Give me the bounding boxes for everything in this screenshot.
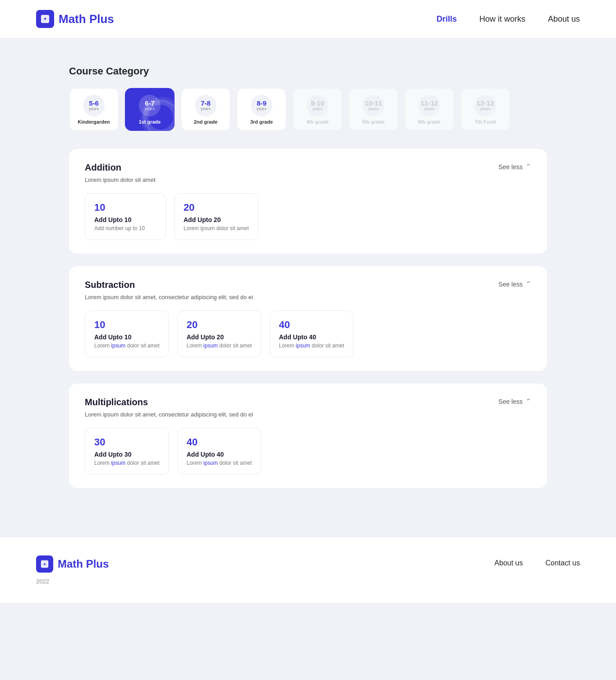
logo-text: Math Plus: [59, 12, 114, 26]
main-content: Course Category 5-6 years Kindergarden 6…: [60, 38, 556, 537]
drill-header: Addition See less ⌃: [85, 162, 531, 173]
cat-circle: 8-9 years: [251, 95, 272, 116]
see-less-label: See less: [498, 281, 523, 288]
drill-section-2: Multiplications See less ⌃ Lorem ipsum d…: [69, 384, 547, 488]
drill-section-1: Subtraction See less ⌃ Lorem ipsum dolor…: [69, 266, 547, 371]
chevron-up-icon: ⌃: [525, 162, 531, 171]
drill-desc: Lorem ipsum dolor sit amet: [85, 176, 531, 183]
cat-years-num: 10-11: [365, 100, 382, 107]
cat-circle: 7-8 years: [195, 95, 216, 116]
drill-card-title: Add Upto 30: [94, 451, 160, 458]
drill-card-title: Add Upto 40: [279, 333, 345, 341]
cat-years-label: years: [257, 107, 267, 111]
drill-card-1-2[interactable]: 40 Add Upto 40 Lorem ipsum dolor sit ame…: [270, 310, 354, 357]
nav-drills[interactable]: Drills: [437, 14, 457, 24]
footer-link-1[interactable]: Contact us: [546, 559, 580, 567]
chevron-up-icon: ⌃: [525, 280, 531, 288]
drill-num: 40: [187, 436, 252, 448]
footer-logo-text: Math Plus: [58, 558, 109, 570]
drill-card-2-1[interactable]: 40 Add Upto 40 Lorem ipsum dolor sit ame…: [177, 428, 262, 475]
cat-circle: 11-12 years: [418, 95, 440, 116]
cat-circle: 6-7 years: [139, 95, 161, 116]
svg-text:+: +: [43, 15, 47, 22]
category-card-3[interactable]: 8-9 years 3rd grade: [237, 88, 286, 131]
footer-year: 2022: [36, 578, 109, 585]
cat-grade-label: 4th grade: [306, 119, 329, 125]
drill-desc: Lorem ipsum dolor sit amet, consectetur …: [85, 294, 531, 301]
cat-years-num: 9-10: [311, 100, 324, 107]
footer-logo-area: + Math Plus 2022: [36, 555, 109, 585]
cat-circle: 9-10 years: [307, 95, 328, 116]
category-card-4[interactable]: 9-10 years 4th grade: [293, 88, 342, 131]
drill-card-2-0[interactable]: 30 Add Upto 30 Lorem ipsum dolor sit ame…: [85, 428, 169, 475]
course-category-title: Course Category: [69, 65, 547, 77]
nav-about-us[interactable]: About us: [548, 14, 580, 24]
cat-years-label: years: [201, 107, 211, 111]
cat-years-label: years: [368, 107, 378, 111]
nav: Drills How it works About us: [437, 14, 580, 24]
drill-card-title: Add Upto 40: [187, 451, 252, 458]
nav-how-it-works[interactable]: How it works: [479, 14, 525, 24]
cat-years-num: 5-6: [89, 100, 99, 107]
cat-grade-label: 3rd grade: [250, 119, 273, 125]
see-less-button[interactable]: See less ⌃: [498, 397, 531, 406]
category-card-7[interactable]: 12-13 years 7th Food: [460, 88, 510, 131]
category-card-0[interactable]: 5-6 years Kindergarden: [69, 88, 119, 131]
drill-card-title: Add Upto 20: [184, 216, 249, 223]
drill-header: Subtraction See less ⌃: [85, 280, 531, 290]
cat-years-label: years: [89, 107, 99, 111]
see-less-button[interactable]: See less ⌃: [498, 162, 531, 171]
drill-desc: Lorem ipsum dolor sit amet, consectetur …: [85, 411, 531, 418]
drill-title: Subtraction: [85, 280, 135, 290]
drill-card-1-0[interactable]: 10 Add Upto 10 Lorem ipsum dolor sit ame…: [85, 310, 169, 357]
cat-years-num: 8-9: [257, 100, 267, 107]
cat-grade-label: 5th grade: [362, 119, 385, 125]
see-less-label: See less: [498, 398, 523, 405]
see-less-button[interactable]: See less ⌃: [498, 280, 531, 288]
footer: + Math Plus 2022 About usContact us: [0, 537, 616, 603]
drill-card-0-0[interactable]: 10 Add Upto 10 Add number up to 10: [85, 193, 166, 240]
drill-card-desc: Lorem ipsum dolor sit amet: [187, 342, 252, 349]
drill-num: 10: [94, 319, 160, 331]
footer-logo-row: + Math Plus: [36, 555, 109, 573]
cat-years-num: 11-12: [421, 100, 438, 107]
drill-num: 30: [94, 436, 160, 448]
cat-grade-label: 1st grade: [139, 119, 161, 125]
cat-years-num: 12-13: [477, 100, 494, 107]
drill-card-0-1[interactable]: 20 Add Upto 20 Lorem ipsum dolor sit ame…: [174, 193, 258, 240]
category-card-2[interactable]: 7-8 years 2nd grade: [181, 88, 230, 131]
footer-links: About usContact us: [494, 555, 580, 567]
cat-grade-label: 2nd grade: [194, 119, 218, 125]
footer-logo-icon: +: [36, 555, 53, 573]
logo-area: + Math Plus: [36, 10, 114, 28]
drill-num: 20: [184, 202, 249, 213]
drill-card-title: Add Upto 20: [187, 333, 252, 341]
see-less-label: See less: [498, 163, 523, 171]
drill-card-desc: Lorem ipsum dolor sit amet: [187, 460, 252, 466]
svg-text:+: +: [43, 561, 46, 567]
drill-card-desc: Lorem ipsum dolor sit amet: [184, 225, 249, 231]
cat-years-label: years: [145, 107, 155, 111]
cat-grade-label: 7th Food: [475, 119, 496, 125]
footer-link-0[interactable]: About us: [494, 559, 523, 567]
category-card-6[interactable]: 11-12 years 6th grade: [405, 88, 454, 131]
drill-sections: Addition See less ⌃ Lorem ipsum dolor si…: [69, 149, 547, 488]
header: + Math Plus Drills How it works About us: [0, 0, 616, 38]
drill-cards: 30 Add Upto 30 Lorem ipsum dolor sit ame…: [85, 428, 531, 475]
category-card-5[interactable]: 10-11 years 5th grade: [349, 88, 398, 131]
logo-icon: +: [36, 10, 54, 28]
categories-list: 5-6 years Kindergarden 6-7 years 1st gra…: [69, 88, 547, 131]
category-card-1[interactable]: 6-7 years 1st grade: [125, 88, 175, 131]
drill-num: 10: [94, 202, 156, 213]
drill-card-1-1[interactable]: 20 Add Upto 20 Lorem ipsum dolor sit ame…: [177, 310, 262, 357]
drill-card-desc: Add number up to 10: [94, 225, 156, 231]
cat-circle: 10-11 years: [363, 95, 384, 116]
drill-card-title: Add Upto 10: [94, 333, 160, 341]
cat-circle: 5-6 years: [83, 95, 105, 116]
drill-cards: 10 Add Upto 10 Add number up to 10 20 Ad…: [85, 193, 531, 240]
cat-grade-label: 6th grade: [418, 119, 441, 125]
drill-cards: 10 Add Upto 10 Lorem ipsum dolor sit ame…: [85, 310, 531, 357]
cat-years-num: 7-8: [201, 100, 211, 107]
drill-card-desc: Lorem ipsum dolor sit amet: [279, 342, 345, 349]
drill-card-title: Add Upto 10: [94, 216, 156, 223]
